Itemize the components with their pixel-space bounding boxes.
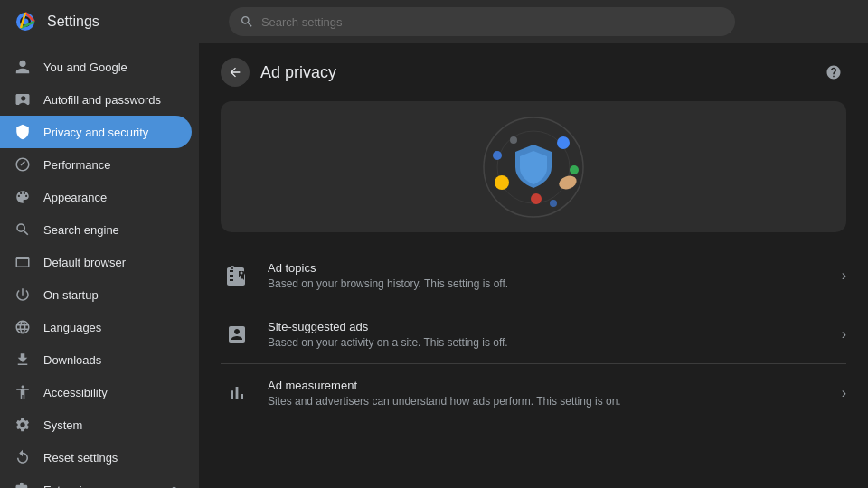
ad-measurement-chevron: › [842,385,846,401]
ad-measurement-icon [221,377,253,409]
settings-item-ad-topics[interactable]: Ad topics Based on your browsing history… [221,247,846,305]
svg-point-9 [531,193,542,204]
speed-icon [14,156,31,173]
sidebar-label-search-engine: Search engine [43,223,119,237]
sidebar-label-languages: Languages [43,321,101,334]
sidebar-item-system[interactable]: System [0,408,192,441]
search-bar[interactable] [229,7,735,36]
reset-icon [14,449,31,465]
sidebar-item-reset[interactable]: Reset settings [0,441,192,474]
svg-point-13 [241,272,243,275]
ad-topics-icon [221,259,253,292]
sidebar-label-autofill: Autofill and passwords [43,93,161,107]
sidebar-label-appearance: Appearance [43,191,107,204]
sidebar-label-accessibility: Accessibility [43,386,108,399]
svg-point-5 [557,136,570,149]
sidebar-item-search-engine[interactable]: Search engine [0,213,192,246]
ad-measurement-desc: Sites and advertisers can understand how… [268,395,827,408]
sidebar-label-privacy: Privacy and security [43,126,148,139]
sidebar-item-appearance[interactable]: Appearance [0,181,192,213]
sidebar-label-you-and-google: You and Google [43,61,127,74]
settings-item-ad-measurement[interactable]: Ad measurement Sites and advertisers can… [221,364,846,422]
content-header: Ad privacy [199,43,868,101]
person-icon [14,59,31,75]
ad-topics-text: Ad topics Based on your browsing history… [268,261,827,290]
globe-icon [14,319,31,335]
ad-topics-title: Ad topics [268,261,827,275]
download-icon [14,352,31,368]
sidebar-item-accessibility[interactable]: Accessibility [0,376,192,408]
ad-privacy-illustration [416,108,651,226]
site-ads-desc: Based on your activity on a site. This s… [268,336,827,349]
sidebar-label-on-startup: On startup [43,288,99,302]
ad-topics-desc: Based on your browsing history. This set… [268,277,827,290]
sidebar-label-reset: Reset settings [43,451,118,465]
sidebar-item-autofill[interactable]: Autofill and passwords [0,83,192,116]
svg-point-6 [493,151,502,160]
header: Settings [0,0,868,43]
extensions-external-icon: ↗ [168,483,177,488]
svg-point-8 [495,175,509,190]
shield-icon [14,124,31,140]
sidebar-item-default-browser[interactable]: Default browser [0,246,192,278]
ad-topics-chevron: › [842,267,846,284]
help-button[interactable] [821,60,846,85]
chrome-logo [14,11,36,33]
site-ads-chevron: › [842,326,846,343]
sidebar-label-downloads: Downloads [43,353,101,367]
svg-point-11 [550,200,557,207]
ad-measurement-title: Ad measurement [268,379,827,392]
app-title: Settings [47,14,99,30]
hero-banner [221,101,846,232]
system-icon [14,417,31,433]
page-title: Ad privacy [260,63,336,82]
search-input[interactable] [261,15,724,29]
sidebar-item-privacy[interactable]: Privacy and security [0,116,192,148]
svg-point-10 [557,174,579,192]
back-button[interactable] [221,58,250,87]
ad-measurement-text: Ad measurement Sites and advertisers can… [268,379,827,408]
palette-icon [14,189,31,205]
settings-item-site-ads[interactable]: Site-suggested ads Based on your activit… [221,305,846,364]
content-area: Ad privacy [199,43,868,488]
accessibility-icon [14,384,31,400]
sidebar: You and Google Autofill and passwords Pr… [0,43,199,488]
sidebar-item-performance[interactable]: Performance [0,148,192,181]
site-ads-icon [221,318,253,351]
site-ads-title: Site-suggested ads [268,320,827,333]
sidebar-item-you-and-google[interactable]: You and Google [0,51,192,83]
sidebar-item-extensions[interactable]: Extensions ↗ [0,474,192,488]
sidebar-item-languages[interactable]: Languages [0,311,192,343]
sidebar-label-system: System [43,418,82,432]
sidebar-label-default-browser: Default browser [43,256,126,269]
search-engine-icon [14,221,31,238]
sidebar-item-on-startup[interactable]: On startup [0,278,192,311]
extensions-icon [14,482,31,488]
main-layout: You and Google Autofill and passwords Pr… [0,43,868,488]
settings-list: Ad topics Based on your browsing history… [221,247,846,422]
browser-icon [14,254,31,270]
power-icon [14,286,31,303]
svg-point-12 [510,136,517,144]
content-header-left: Ad privacy [221,58,336,87]
sidebar-item-downloads[interactable]: Downloads [0,343,192,376]
badge-icon [14,91,31,108]
sidebar-label-extensions: Extensions [43,483,101,489]
search-icon [240,14,254,29]
svg-point-7 [570,165,579,174]
site-ads-text: Site-suggested ads Based on your activit… [268,320,827,349]
sidebar-label-performance: Performance [43,158,110,172]
